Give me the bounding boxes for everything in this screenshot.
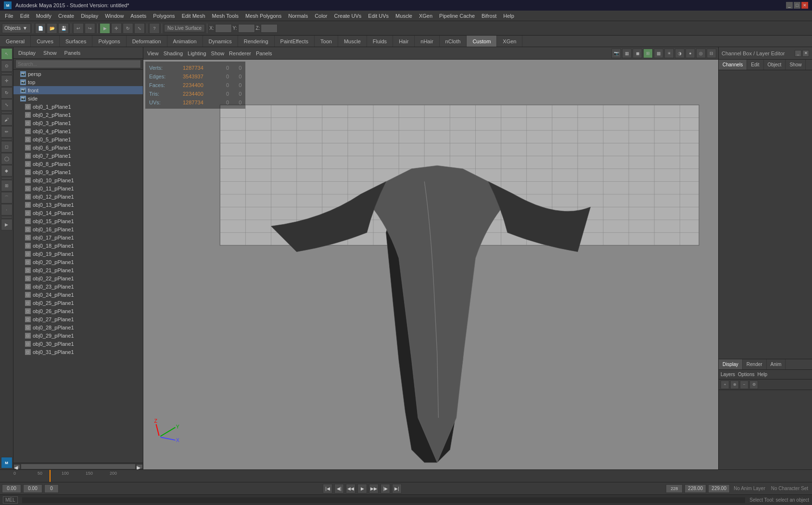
outliner-show-menu[interactable]: Show [41,49,59,57]
help-menu[interactable]: Help [757,372,767,377]
shading-menu[interactable]: Shading [162,50,185,57]
outliner-item[interactable]: ◻obj0_15_pPlane1 [13,217,143,225]
show-menu[interactable]: Show [209,50,227,57]
menu-create-uvs[interactable]: Create UVs [331,12,364,20]
create-poly-btn[interactable]: ◻ [1,141,13,152]
outliner-display-menu[interactable]: Display [16,49,38,57]
undo-btn[interactable]: ↩ [73,23,84,34]
outliner-item[interactable]: ◻obj0_21_pPlane1 [13,266,143,274]
outliner-item[interactable]: ◻obj0_5_pPlane1 [13,135,143,143]
outliner-item[interactable]: ◻obj0_1_pPlane1 [13,102,143,111]
create-layer-btn[interactable]: + [721,380,729,389]
maximize-button[interactable]: □ [794,2,800,9]
outliner-item[interactable]: ◻obj0_16_pPlane1 [13,225,143,233]
rotate-tool-btn[interactable]: ↻ [1,87,13,99]
smooth-btn[interactable]: ◼ [633,49,642,58]
menu-create[interactable]: Create [55,12,77,20]
menu-bifrost[interactable]: Bifrost [479,12,499,20]
layer-options-btn[interactable]: ⚙ [749,380,758,389]
tab-general[interactable]: General [0,36,31,47]
playhead[interactable] [50,470,51,482]
outliner-item[interactable]: ◻obj0_2_pPlane1 [13,111,143,119]
panels-menu[interactable]: Panels [254,50,274,57]
menu-edit-uvs[interactable]: Edit UVs [365,12,392,20]
new-scene-btn[interactable]: 📄 [35,23,46,34]
help-btn[interactable]: ? [149,23,160,34]
menu-window[interactable]: Window [102,12,127,20]
options-menu[interactable]: Options [738,372,754,377]
outliner-item[interactable]: ◻obj0_28_pPlane1 [13,323,143,331]
outliner-item[interactable]: ◻obj0_22_pPlane1 [13,274,143,282]
outliner-item[interactable]: ◻obj0_3_pPlane1 [13,119,143,127]
outliner-item[interactable]: ◻obj0_29_pPlane1 [13,331,143,340]
menu-normals[interactable]: Normals [285,12,311,20]
viewport-3d[interactable]: Y X Z Verts: 1287734 0 0 Edges: 3543937 [143,60,718,469]
outliner-item[interactable]: 📷persp [13,70,143,78]
view-menu[interactable]: View [145,50,161,57]
tab-channels[interactable]: Channels [719,60,747,70]
layer-tab-anim[interactable]: Anim [767,359,786,369]
camera-btn[interactable]: 📷 [611,49,621,58]
menu-mesh-polygons[interactable]: Mesh Polygons [242,12,284,20]
snap-point-btn[interactable]: · [1,204,13,215]
save-scene-btn[interactable]: 💾 [58,23,69,34]
step-forward-btn[interactable]: |▶ [381,484,390,493]
outliner-item[interactable]: 📷side [13,94,143,102]
y-input[interactable] [238,24,255,33]
menu-help[interactable]: Help [500,12,517,20]
maya-logo-btn[interactable]: M [1,457,13,468]
outliner-item[interactable]: ◻obj0_27_pPlane1 [13,315,143,323]
go-to-end-btn[interactable]: ▶| [392,484,402,493]
outliner-item[interactable]: ◻obj0_31_pPlane1 [13,348,143,356]
outliner-panels-menu[interactable]: Panels [63,49,83,57]
rotate-btn[interactable]: ↻ [123,23,133,34]
close-button[interactable]: ✕ [801,2,808,9]
layer-tab-render[interactable]: Render [743,359,767,369]
start-time-input[interactable] [23,484,42,493]
snap-grid-btn[interactable]: ⊞ [1,180,13,191]
menu-color[interactable]: Color [312,12,330,20]
tab-fluids[interactable]: Fluids [367,36,393,47]
menu-xgen[interactable]: XGen [416,12,435,20]
play-back-btn[interactable]: ◀◀ [346,484,355,493]
script-mode[interactable]: MEL [3,496,18,504]
redo-btn[interactable]: ↪ [85,23,95,34]
outliner-item[interactable]: ◻obj0_6_pPlane1 [13,143,143,152]
timeline-area[interactable]: 0 50 100 150 200 [0,469,812,482]
outliner-scroll-track[interactable] [21,464,135,469]
outliner-item[interactable]: 📷front [13,86,143,94]
wireframe-btn[interactable]: ▦ [622,49,632,58]
shadow-btn[interactable]: ◑ [675,49,685,58]
playback-end-input[interactable] [708,484,730,493]
go-to-start-btn[interactable]: |◀ [323,484,332,493]
z-input[interactable] [261,24,278,33]
menu-mesh-tools[interactable]: Mesh Tools [209,12,241,20]
create-layer-from-sel-btn[interactable]: ⊕ [730,380,739,389]
tab-xgen[interactable]: XGen [497,36,522,47]
tab-deformation[interactable]: Deformation [127,36,167,47]
outliner-item[interactable]: ◻obj0_11_pPlane1 [13,184,143,192]
lighting-btn[interactable]: ☀ [664,49,674,58]
texture-btn[interactable]: ▩ [654,49,663,58]
outliner-item[interactable]: ◻obj0_23_pPlane1 [13,282,143,290]
scale-btn[interactable]: ⤡ [134,23,145,34]
no-live-surface-btn[interactable]: No Live Surface [164,24,205,32]
script-input[interactable] [22,497,746,504]
outliner-item[interactable]: ◻obj0_4_pPlane1 [13,127,143,135]
ch-minimize-btn[interactable]: _ [795,50,801,57]
outliner-item[interactable]: ◻obj0_12_pPlane1 [13,192,143,201]
create-surf-btn[interactable]: ◆ [1,165,13,177]
x-input[interactable] [215,24,232,33]
isolate-btn[interactable]: ◎ [696,49,706,58]
delete-layer-btn[interactable]: − [740,380,749,389]
create-nurbs-btn[interactable]: ◯ [1,153,13,164]
outliner-search-input[interactable] [15,60,141,68]
outliner-scroll-right[interactable]: ▶ [136,464,143,469]
outliner-item[interactable]: ◻obj0_17_pPlane1 [13,233,143,241]
tab-rendering[interactable]: Rendering [238,36,275,47]
outliner-item[interactable]: ◻obj0_14_pPlane1 [13,209,143,217]
grid-btn[interactable]: ⊟ [707,49,716,58]
lasso-tool-btn[interactable]: ⊙ [1,60,13,72]
menu-muscle[interactable]: Muscle [393,12,415,20]
mode-dropdown[interactable]: Objects ▼ [2,24,31,33]
